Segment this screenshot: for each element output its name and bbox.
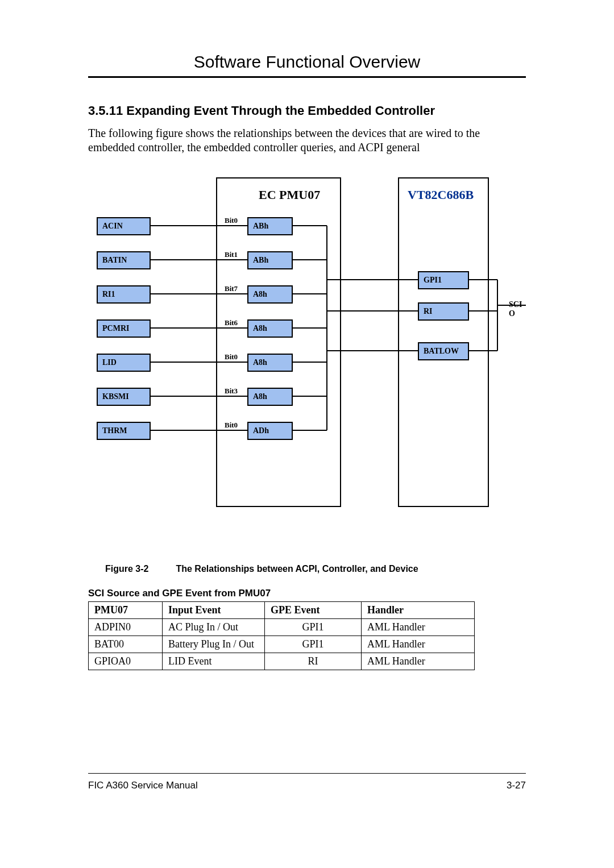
block-ri: RI <box>418 302 469 321</box>
bit-7: Bit7 <box>225 284 238 293</box>
query-3: A8h <box>247 319 293 338</box>
footer-left: FIC A360 Service Manual <box>88 780 198 791</box>
cell: AML Handler <box>362 619 475 636</box>
block-kbsmi: KBSMI <box>97 388 151 406</box>
header-rule <box>88 76 526 78</box>
query-4: A8h <box>247 354 293 372</box>
block-pcmri: PCMRI <box>97 319 151 338</box>
bit-6: Bit6 <box>225 318 238 327</box>
query-0: ABh <box>247 217 293 235</box>
gpe-table: PMU07 Input Event GPE Event Handler ADPI… <box>88 601 475 670</box>
vt-title: VT82C686B <box>408 188 474 202</box>
table-subhead: SCI Source and GPE Event from PMU07 <box>88 588 526 599</box>
cell: GPI1 <box>265 636 362 653</box>
bit-0b: Bit0 <box>225 352 238 362</box>
cell: AC Plug In / Out <box>163 619 265 636</box>
th-handler: Handler <box>362 602 475 619</box>
figure-caption-text: The Relationships between ACPI, Controll… <box>176 564 418 574</box>
cell: AML Handler <box>362 636 475 653</box>
ec-title: EC PMU07 <box>259 188 320 202</box>
cell: ADPIN0 <box>89 619 163 636</box>
bit-0c: Bit0 <box>225 421 238 430</box>
block-thrm: THRM <box>97 422 151 440</box>
block-batin: BATIN <box>97 251 151 269</box>
query-2: A8h <box>247 285 293 304</box>
footer-rule <box>88 773 526 774</box>
figure-caption: Figure 3-2 The Relationships between ACP… <box>105 564 526 574</box>
bit-1: Bit1 <box>225 250 238 259</box>
intro-paragraph: The following figure shows the relations… <box>88 126 526 155</box>
diagram: EC PMU07 VT82C686B ACIN BATIN RI1 PCMRI … <box>88 177 526 541</box>
bit-3: Bit3 <box>225 387 238 396</box>
block-gpi1: GPI1 <box>418 271 469 289</box>
sci-out-label: SCI O <box>509 300 526 318</box>
table-row: GPIOA0 LID Event RI AML Handler <box>89 653 475 670</box>
bit-0: Bit0 <box>225 216 238 225</box>
chapter-title: Software Functional Overview <box>88 52 526 76</box>
block-lid: LID <box>97 354 151 372</box>
cell: GPIOA0 <box>89 653 163 670</box>
query-6: ADh <box>247 422 293 440</box>
th-pmu07: PMU07 <box>89 602 163 619</box>
block-batlow: BATLOW <box>418 342 469 360</box>
cell: GPI1 <box>265 619 362 636</box>
query-1: ABh <box>247 251 293 269</box>
cell: AML Handler <box>362 653 475 670</box>
cell: LID Event <box>163 653 265 670</box>
th-input: Input Event <box>163 602 265 619</box>
table-header-row: PMU07 Input Event GPE Event Handler <box>89 602 475 619</box>
block-acin: ACIN <box>97 217 151 235</box>
cell: Battery Plug In / Out <box>163 636 265 653</box>
table-row: BAT00 Battery Plug In / Out GPI1 AML Han… <box>89 636 475 653</box>
cell: BAT00 <box>89 636 163 653</box>
figure-number: Figure 3-2 <box>105 564 173 574</box>
cell: RI <box>265 653 362 670</box>
footer-right: 3-27 <box>507 780 526 791</box>
section-heading: 3.5.11 Expanding Event Through the Embed… <box>88 103 526 118</box>
th-gpe: GPE Event <box>265 602 362 619</box>
table-row: ADPIN0 AC Plug In / Out GPI1 AML Handler <box>89 619 475 636</box>
block-ri1: RI1 <box>97 285 151 304</box>
query-5: A8h <box>247 388 293 406</box>
